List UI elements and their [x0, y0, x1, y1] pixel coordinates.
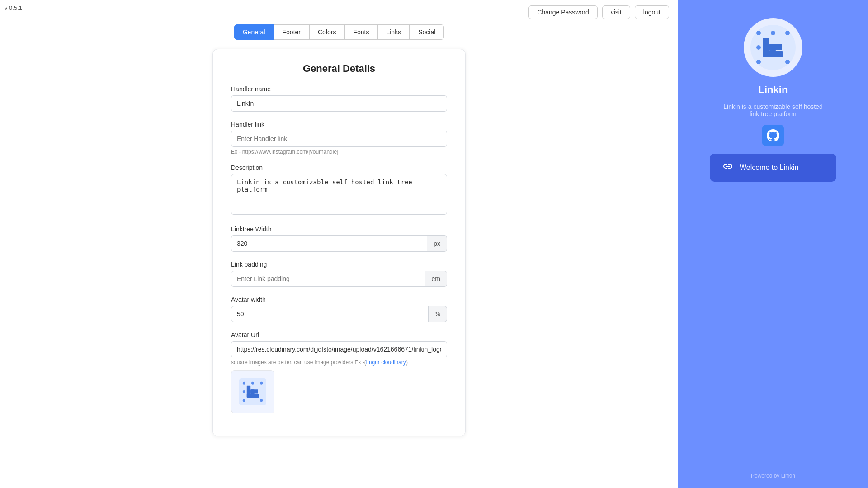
link-padding-input-wrapper: em — [231, 271, 447, 287]
powered-by-label: Powered by Linkin — [751, 473, 795, 479]
svg-point-3 — [260, 382, 263, 385]
welcome-button[interactable]: Welcome to Linkin — [710, 154, 836, 182]
change-password-button[interactable]: Change Password — [528, 5, 597, 19]
github-icon — [767, 129, 779, 142]
avatar-url-input[interactable] — [231, 341, 447, 357]
github-button[interactable] — [762, 125, 784, 146]
svg-point-2 — [251, 382, 254, 385]
svg-rect-8 — [247, 394, 259, 398]
linktree-width-unit: px — [427, 235, 447, 252]
avatar-preview-image — [239, 378, 266, 405]
link-padding-unit: em — [425, 271, 447, 287]
tab-fonts[interactable]: Fonts — [344, 24, 377, 40]
avatar-url-group: Avatar Url square images are better. can… — [231, 331, 447, 413]
visit-button[interactable]: visit — [602, 5, 630, 19]
avatar-url-hint: square images are better. can use image … — [231, 359, 447, 366]
link-padding-label: Link padding — [231, 261, 447, 268]
description-label: Description — [231, 164, 447, 171]
left-panel: v 0.5.1 Change Password visit logout Gen… — [0, 0, 678, 488]
svg-rect-21 — [769, 44, 782, 50]
link-padding-group: Link padding em — [231, 261, 447, 287]
avatar-width-group: Avatar width % — [231, 296, 447, 322]
svg-point-6 — [260, 399, 263, 402]
cloudinary-link[interactable]: cloudinary — [381, 359, 406, 366]
svg-rect-10 — [250, 389, 258, 393]
svg-point-16 — [756, 60, 761, 64]
tab-general[interactable]: General — [234, 24, 274, 40]
avatar-url-label: Avatar Url — [231, 331, 447, 338]
tab-links[interactable]: Links — [377, 24, 410, 40]
tab-colors[interactable]: Colors — [309, 24, 344, 40]
preview-app-name: Linkin — [759, 84, 788, 96]
description-group: Description Linkin is a customizable sel… — [231, 164, 447, 216]
svg-point-4 — [243, 390, 245, 393]
handler-link-input[interactable] — [231, 131, 447, 147]
svg-point-12 — [756, 31, 761, 35]
welcome-button-label: Welcome to Linkin — [740, 164, 798, 172]
preview-content: Linkin Linkin is a customizable self hos… — [710, 18, 836, 182]
avatar-width-input-wrapper: % — [231, 306, 447, 322]
linktree-width-input[interactable] — [231, 235, 427, 252]
linktree-width-group: Linktree Width px — [231, 225, 447, 252]
form-title: General Details — [231, 63, 447, 75]
form-card: General Details Handler name Handler lin… — [212, 49, 466, 436]
handler-link-hint: Ex - https://www.instagram.com/[yourhand… — [231, 149, 447, 155]
imgur-link[interactable]: imgur — [366, 359, 380, 366]
logout-button[interactable]: logout — [635, 5, 669, 19]
preview-avatar-image — [750, 25, 796, 70]
link-padding-input[interactable] — [231, 271, 425, 287]
handler-link-group: Handler link Ex - https://www.instagram.… — [231, 121, 447, 155]
tab-bar: General Footer Colors Fonts Links Social — [0, 24, 678, 40]
svg-point-14 — [785, 31, 790, 35]
chain-icon — [722, 161, 733, 172]
svg-point-15 — [756, 45, 761, 50]
link-icon — [722, 161, 733, 174]
handler-link-label: Handler link — [231, 121, 447, 128]
svg-point-17 — [785, 60, 790, 64]
avatar-width-unit: % — [429, 306, 447, 322]
handler-name-group: Handler name — [231, 85, 447, 112]
svg-point-5 — [243, 399, 245, 402]
avatar-width-label: Avatar width — [231, 296, 447, 303]
svg-point-13 — [771, 31, 775, 35]
avatar-width-input[interactable] — [231, 306, 429, 322]
linktree-width-input-wrapper: px — [231, 235, 447, 252]
handler-name-label: Handler name — [231, 85, 447, 93]
handler-name-input[interactable] — [231, 95, 447, 112]
preview-app-description: Linkin is a customizable self hosted lin… — [719, 103, 827, 117]
description-input[interactable]: Linkin is a customizable self hosted lin… — [231, 174, 447, 215]
linktree-width-label: Linktree Width — [231, 225, 447, 233]
version-label: v 0.5.1 — [5, 5, 22, 11]
avatar-preview — [231, 370, 274, 413]
tab-footer[interactable]: Footer — [274, 24, 309, 40]
svg-point-1 — [243, 382, 245, 385]
right-panel: Linkin Linkin is a customizable self hos… — [678, 0, 868, 488]
top-bar: Change Password visit logout — [0, 0, 678, 24]
tab-social[interactable]: Social — [410, 24, 444, 40]
preview-avatar — [744, 18, 802, 77]
svg-rect-19 — [763, 51, 783, 57]
